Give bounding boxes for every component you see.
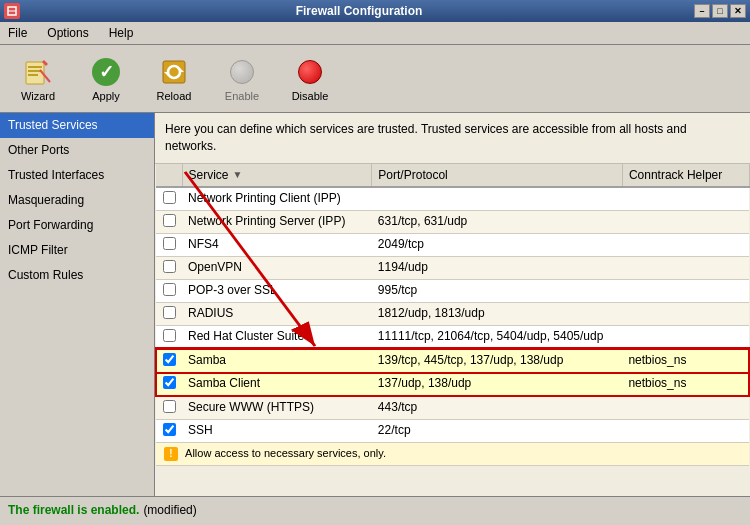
menu-options[interactable]: Options	[43, 24, 92, 42]
firewall-status-enabled: The firewall is enabled.	[8, 503, 139, 517]
table-row: Secure WWW (HTTPS) 443/tcp	[156, 396, 749, 420]
wizard-button[interactable]: Wizard	[6, 50, 70, 108]
row-checkbox-cell[interactable]	[156, 233, 182, 256]
sidebar-item-trusted-interfaces[interactable]: Trusted Interfaces	[0, 163, 154, 188]
title-bar: Firewall Configuration – □ ✕	[0, 0, 750, 22]
row-checkbox-cell[interactable]	[156, 419, 182, 442]
row-checkbox[interactable]	[163, 237, 176, 250]
row-checkbox-cell[interactable]	[156, 279, 182, 302]
services-table: Service ▼ Port/Protocol Conntrack Helper…	[155, 164, 750, 466]
menu-bar: File Options Help	[0, 22, 750, 45]
window-controls: – □ ✕	[694, 4, 746, 18]
row-checkbox[interactable]	[163, 283, 176, 296]
minimize-button[interactable]: –	[694, 4, 710, 18]
row-checkbox-cell[interactable]	[156, 302, 182, 325]
sidebar-item-port-forwarding[interactable]: Port Forwarding	[0, 213, 154, 238]
row-port: 2049/tcp	[372, 233, 623, 256]
row-port: 139/tcp, 445/tcp, 137/udp, 138/udp	[372, 349, 623, 373]
row-port	[372, 187, 623, 211]
right-panel: Here you can define which services are t…	[155, 113, 750, 496]
sidebar-item-other-ports[interactable]: Other Ports	[0, 138, 154, 163]
row-checkbox[interactable]	[163, 191, 176, 204]
enable-icon	[226, 56, 258, 88]
row-checkbox[interactable]	[163, 376, 176, 389]
sidebar-item-trusted-services[interactable]: Trusted Services	[0, 113, 154, 138]
wizard-icon	[22, 56, 54, 88]
sidebar-item-custom-rules[interactable]: Custom Rules	[0, 263, 154, 288]
row-helper	[622, 210, 749, 233]
row-port: 22/tcp	[372, 419, 623, 442]
row-helper	[622, 233, 749, 256]
row-checkbox[interactable]	[163, 260, 176, 273]
service-sort-icon[interactable]: ▼	[233, 169, 243, 180]
row-checkbox-cell[interactable]	[156, 187, 182, 211]
warning-icon: !	[164, 447, 178, 461]
app-icon	[4, 3, 20, 19]
row-helper	[622, 256, 749, 279]
enable-button[interactable]: Enable	[210, 50, 274, 108]
row-port: 443/tcp	[372, 396, 623, 420]
row-service: Samba Client	[182, 372, 372, 396]
row-checkbox[interactable]	[163, 353, 176, 366]
reload-button[interactable]: Reload	[142, 50, 206, 108]
row-port: 995/tcp	[372, 279, 623, 302]
row-helper	[622, 325, 749, 349]
row-helper	[622, 302, 749, 325]
table-row: RADIUS 1812/udp, 1813/udp	[156, 302, 749, 325]
row-service: NFS4	[182, 233, 372, 256]
row-helper: netbios_ns	[622, 349, 749, 373]
row-checkbox-cell[interactable]	[156, 349, 182, 373]
row-checkbox-cell[interactable]	[156, 396, 182, 420]
row-port: 1812/udp, 1813/udp	[372, 302, 623, 325]
samba-client-row: Samba Client 137/udp, 138/udp netbios_ns	[156, 372, 749, 396]
status-bar: The firewall is enabled. (modified)	[0, 496, 750, 522]
svg-rect-3	[28, 66, 42, 68]
warning-text: Allow access to necessary services, only…	[185, 447, 386, 459]
row-port: 137/udp, 138/udp	[372, 372, 623, 396]
table-row: SSH 22/tcp	[156, 419, 749, 442]
row-checkbox-cell[interactable]	[156, 210, 182, 233]
menu-file[interactable]: File	[4, 24, 31, 42]
toolbar: Wizard ✓ Apply Reload Enable	[0, 45, 750, 113]
sidebar: Trusted Services Other Ports Trusted Int…	[0, 113, 155, 496]
close-button[interactable]: ✕	[730, 4, 746, 18]
table-row: Network Printing Server (IPP) 631/tcp, 6…	[156, 210, 749, 233]
window-title: Firewall Configuration	[24, 4, 694, 18]
row-checkbox[interactable]	[163, 214, 176, 227]
row-helper	[622, 419, 749, 442]
table-row: Network Printing Client (IPP)	[156, 187, 749, 211]
col-header-helper: Conntrack Helper	[622, 164, 749, 187]
row-checkbox[interactable]	[163, 306, 176, 319]
maximize-button[interactable]: □	[712, 4, 728, 18]
warning-row: ! Allow access to necessary services, on…	[156, 442, 749, 465]
row-port: 11111/tcp, 21064/tcp, 5404/udp, 5405/udp	[372, 325, 623, 349]
sidebar-item-icmp-filter[interactable]: ICMP Filter	[0, 238, 154, 263]
row-service: Samba	[182, 349, 372, 373]
row-service: SSH	[182, 419, 372, 442]
row-checkbox[interactable]	[163, 400, 176, 413]
services-table-container[interactable]: Service ▼ Port/Protocol Conntrack Helper…	[155, 164, 750, 496]
row-port: 1194/udp	[372, 256, 623, 279]
row-checkbox-cell[interactable]	[156, 372, 182, 396]
table-row: OpenVPN 1194/udp	[156, 256, 749, 279]
reload-icon	[158, 56, 190, 88]
row-checkbox[interactable]	[163, 329, 176, 342]
row-helper: netbios_ns	[622, 372, 749, 396]
row-checkbox[interactable]	[163, 423, 176, 436]
apply-button[interactable]: ✓ Apply	[74, 50, 138, 108]
disable-button[interactable]: Disable	[278, 50, 342, 108]
row-checkbox-cell[interactable]	[156, 256, 182, 279]
col-header-port: Port/Protocol	[372, 164, 623, 187]
col-header-checkbox	[156, 164, 182, 187]
col-header-service[interactable]: Service ▼	[182, 164, 372, 187]
apply-icon: ✓	[90, 56, 122, 88]
row-service: Network Printing Client (IPP)	[182, 187, 372, 211]
row-service: POP-3 over SSL	[182, 279, 372, 302]
row-checkbox-cell[interactable]	[156, 325, 182, 349]
apply-label: Apply	[92, 90, 120, 102]
menu-help[interactable]: Help	[105, 24, 138, 42]
row-service: Secure WWW (HTTPS)	[182, 396, 372, 420]
description-text: Here you can define which services are t…	[155, 113, 750, 164]
sidebar-item-masquerading[interactable]: Masquerading	[0, 188, 154, 213]
row-service: RADIUS	[182, 302, 372, 325]
